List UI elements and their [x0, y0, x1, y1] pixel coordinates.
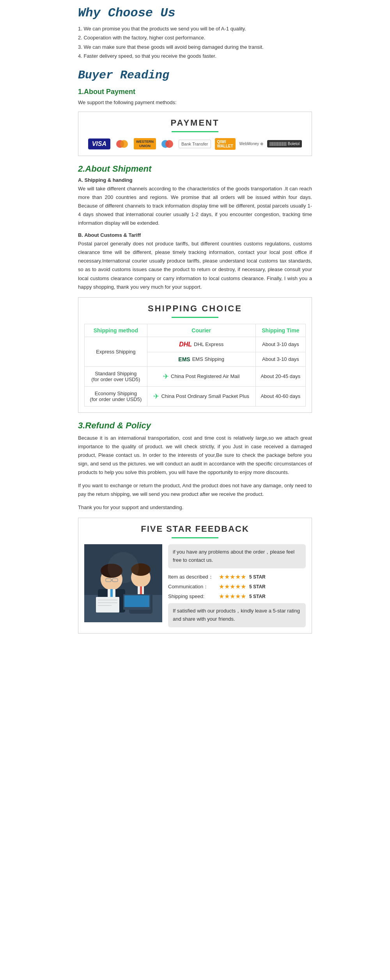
star-count-3: 5 STAR — [249, 594, 266, 599]
maestro-logo — [160, 139, 175, 149]
payment-intro: We support the following payment methods… — [78, 98, 312, 107]
ems-time: About 3-10 days — [255, 352, 305, 366]
feedback-label-2: Communication： — [168, 583, 219, 590]
boletol-logo: ||||||||||||||||| Boletol — [267, 140, 302, 147]
why-item-4: 4. Faster delivery speed, so that you re… — [78, 51, 312, 60]
western-union-logo: WESTERNUNION — [134, 138, 156, 150]
standard-shipping-method: Standard Shipping(for order over USD5) — [85, 366, 147, 386]
payment-underline — [172, 131, 218, 132]
shipping-underline — [172, 317, 218, 318]
stars-2: ★★★★★ — [219, 583, 246, 590]
table-row: Economy Shipping(for order under USD5) ✈… — [85, 386, 306, 406]
express-shipping-method: Express Shipping — [85, 337, 147, 366]
visa-logo: VISA — [88, 138, 110, 149]
chinapost-air-cell: ✈ China Post Registered Air Mail — [147, 366, 255, 386]
svg-rect-20 — [96, 597, 119, 612]
feedback-row-3: Shipping speed: ★★★★★ 5 STAR — [168, 593, 306, 600]
dhl-express-label: DHL Express — [194, 341, 223, 347]
why-choose-us-title: Why Choose Us — [78, 6, 312, 20]
payment-box-title: PAYMENT — [84, 118, 306, 128]
feedback-row-1: Item as described： ★★★★★ 5 STAR — [168, 573, 306, 581]
svg-point-4 — [165, 140, 173, 148]
refund-text3: Thank you for your support and understan… — [78, 503, 312, 512]
shipping-sub-a-title: A. Shipping & handing — [78, 177, 312, 183]
col-header-method: Shipping method — [85, 324, 147, 337]
shipment-heading: 2.About Shipment — [78, 164, 312, 174]
buyer-reading-title: Buyer Reading — [78, 69, 312, 82]
refund-text2: If you want to exchange or return the pr… — [78, 481, 312, 499]
chinapost-packet-label: China Post Ordinary Small Packet Plus — [161, 393, 249, 399]
feedback-content: if you have any problems about the order… — [84, 544, 306, 627]
economy-time: About 40-60 days — [255, 386, 305, 406]
shipping-sub-b-text: Postal parcel generally does not produce… — [78, 240, 312, 291]
dhl-courier-cell: DHL DHL Express — [147, 337, 255, 352]
feedback-image — [84, 544, 162, 622]
feedback-bottom-bubble: If satisfied with our products，kindly le… — [168, 603, 306, 627]
feedback-label-1: Item as described： — [168, 573, 219, 581]
shipping-sub-b-title: B. About Customs & Tariff — [78, 232, 312, 238]
table-row: Express Shipping DHL DHL Express About 3… — [85, 337, 306, 352]
feedback-box: FIVE STAR FEEDBACK — [78, 518, 312, 633]
dhl-time: About 3-10 days — [255, 337, 305, 352]
payment-box: PAYMENT VISA WESTERNUNION Bank Transfer … — [78, 112, 312, 156]
refund-text1: Because it is an international transport… — [78, 434, 312, 477]
svg-rect-25 — [124, 595, 149, 607]
chinapost-packet-cell: ✈ China Post Ordinary Small Packet Plus — [147, 386, 255, 406]
webmoney-logo: WebMoney ⊕ — [239, 142, 263, 146]
mastercard-logo — [114, 139, 130, 149]
col-header-time: Shipping Time — [255, 324, 305, 337]
feedback-top-bubble: if you have any problems about the order… — [168, 544, 306, 568]
svg-point-2 — [120, 140, 124, 147]
standard-time: About 20-45 days — [255, 366, 305, 386]
bank-transfer-logo: Bank Transfer — [179, 140, 211, 148]
economy-shipping-method: Economy Shipping(for order under USD5) — [85, 386, 147, 406]
shipping-sub-a-text: We will take different channels accordin… — [78, 185, 312, 227]
chinapost-air-label: China Post Registered Air Mail — [171, 373, 239, 379]
payment-logos: VISA WESTERNUNION Bank Transfer QIWIWALL… — [84, 138, 306, 150]
svg-point-26 — [108, 552, 139, 583]
why-item-1: 1. We can promise you that the products … — [78, 24, 312, 33]
chinapost-packet-icon: ✈ — [153, 392, 159, 401]
star-count-2: 5 STAR — [249, 584, 266, 589]
feedback-underline — [172, 537, 218, 538]
ems-logo: EMS — [178, 356, 190, 362]
feedback-title: FIVE STAR FEEDBACK — [84, 524, 306, 534]
stars-3: ★★★★★ — [219, 593, 246, 600]
shipping-box-title: SHIPPING CHOICE — [84, 304, 306, 314]
dhl-logo: DHL — [179, 341, 192, 348]
why-list: 1. We can promise you that the products … — [78, 24, 312, 61]
feedback-label-3: Shipping speed: — [168, 593, 219, 599]
payment-heading: 1.About Payment — [78, 88, 312, 96]
why-item-2: 2. Cooperation with the factory, higher … — [78, 33, 312, 42]
ems-courier-cell: EMS EMS Shipping — [147, 352, 255, 366]
refund-heading: 3.Refund & Policy — [78, 421, 312, 431]
star-count-1: 5 STAR — [249, 574, 266, 580]
shipping-table: Shipping method Courier Shipping Time Ex… — [84, 324, 306, 407]
ems-shipping-label: EMS Shipping — [192, 356, 224, 362]
shipping-box: SHIPPING CHOICE Shipping method Courier … — [78, 297, 312, 413]
why-item-3: 3. We can make sure that these goods wil… — [78, 43, 312, 51]
feedback-right: if you have any problems about the order… — [168, 544, 306, 627]
chinapost-air-icon: ✈ — [163, 372, 169, 381]
qiwi-logo: QIWIWALLET — [215, 138, 236, 150]
feedback-row-2: Communication： ★★★★★ 5 STAR — [168, 583, 306, 590]
stars-1: ★★★★★ — [219, 573, 246, 581]
col-header-courier: Courier — [147, 324, 255, 337]
table-row: Standard Shipping(for order over USD5) ✈… — [85, 366, 306, 386]
